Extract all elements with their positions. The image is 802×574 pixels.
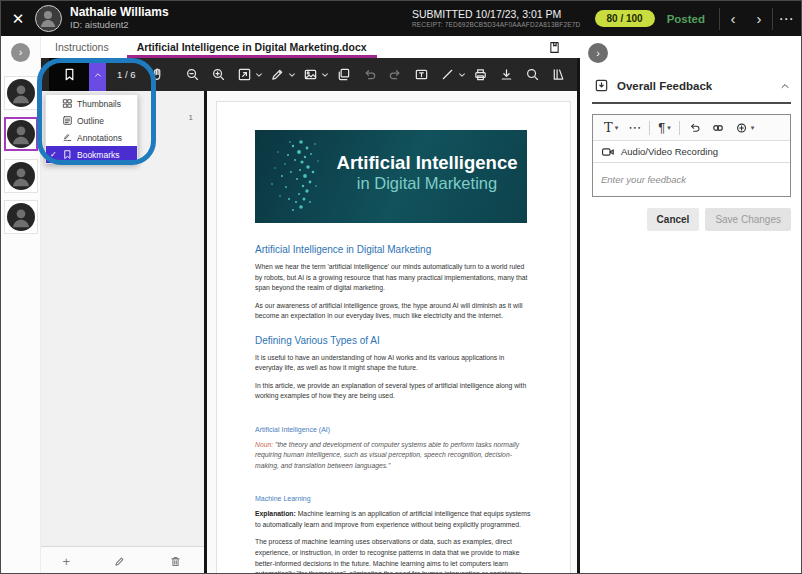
zoom-in-icon[interactable] [211,67,226,82]
noun-text: "the theory and development of computer … [255,441,519,469]
student-list-item[interactable] [4,200,38,234]
insert-link-icon[interactable] [711,121,725,135]
person-icon [7,162,35,190]
collapse-panel-button[interactable]: › [588,43,608,63]
add-icon[interactable]: + [63,554,71,569]
student-info: Nathalie Williams ID: aistudent2 [70,6,169,31]
student-name: Nathalie Williams [70,6,169,20]
fit-to-screen-icon[interactable] [237,67,252,82]
bookmarks-icon [62,149,73,160]
pan-hand-icon[interactable] [150,67,165,82]
redo-icon[interactable] [388,67,403,82]
person-icon [7,79,35,107]
audio-video-recording-button[interactable]: Audio/Video Recording [593,141,790,163]
annotation-pen-icon[interactable] [270,67,285,82]
tab-instructions[interactable]: Instructions [41,36,123,58]
document-banner-image: Artificial Intelligence in Digital Marke… [255,130,527,223]
editor-toolbar: T▾ ⋯ ¶▾ ▾ [593,115,790,141]
insert-content-button[interactable]: ▾ [735,121,755,135]
doc-paragraph: Explanation: Machine learning is an appl… [255,509,532,530]
menu-item-thumbnails[interactable]: Thumbnails [46,95,137,112]
undo-icon[interactable] [688,121,701,134]
explanation-text: Machine learning is an application of ar… [255,510,530,528]
outline-icon [62,115,73,126]
student-list-item[interactable] [4,159,38,193]
doc-heading-2: Defining Various Types of AI [255,335,532,346]
page-bookmark-icon[interactable] [548,41,561,54]
feedback-input[interactable]: Enter your feedback [593,163,790,196]
collapse-section-chevron-icon[interactable] [779,80,791,92]
delete-trash-icon[interactable] [169,555,182,568]
feedback-actions: Cancel Save Changes [647,208,791,231]
image-options-chevron-icon[interactable] [321,71,329,79]
person-icon [7,203,35,231]
bookmarks-icon[interactable] [49,58,89,91]
text-style-button[interactable]: T▾ [604,120,618,135]
doc-subheading: Artificial Intelligence (AI) [255,426,532,433]
more-menu-icon[interactable]: ⋯ [773,5,799,33]
document-viewer[interactable]: Artificial Intelligence in Digital Marke… [207,91,577,574]
insert-image-icon[interactable] [303,67,318,82]
explanation-label: Explanation: [255,510,296,517]
pen-options-chevron-icon[interactable] [288,71,296,79]
grade-pill[interactable]: 80 / 100 [595,10,655,27]
viewer-toolbar: 1 / 6 [41,58,579,91]
download-icon[interactable] [499,67,514,82]
content-library-icon[interactable] [551,67,566,82]
menu-item-bookmarks[interactable]: ✓ Bookmarks [46,146,137,163]
submitted-timestamp: SUBMITTED 10/17/23, 3:01 PM [412,8,581,21]
text-box-icon[interactable] [414,67,429,82]
submission-tabs: Instructions Artificial Intelligence in … [41,36,579,58]
menu-item-label: Bookmarks [77,150,120,160]
thumbnail-page-number: 1 [189,113,193,122]
feedback-editor: T▾ ⋯ ¶▾ ▾ Audio/Video Recording [592,114,791,197]
pilcrow-glyph: ¶ [658,120,665,135]
doc-paragraph: The process of machine learning uses obs… [255,537,532,574]
more-options-button[interactable]: ⋯ [628,120,641,135]
zoom-out-icon[interactable] [185,67,200,82]
undo-icon[interactable] [362,67,377,82]
student-id: ID: aistudent2 [70,20,169,31]
divider [679,121,680,135]
doc-paragraph: It is useful to have an understanding of… [255,353,532,374]
chevron-down-icon: ▾ [615,124,619,132]
next-student-button[interactable]: › [746,5,772,33]
doc-subheading: Machine Learning [255,495,532,502]
menu-item-outline[interactable]: Outline [46,112,137,129]
previous-student-button[interactable]: ‹ [720,5,746,33]
line-options-chevron-icon[interactable] [458,71,466,79]
doc-heading-1: Artificial Intelligence in Digital Marke… [255,244,532,255]
banner-title-line2: in Digital Marketing [333,174,521,194]
menu-item-label: Outline [77,116,104,126]
noun-label: Noun: [255,441,273,448]
tab-submission-file[interactable]: Artificial Intelligence in Digital Marke… [123,36,381,58]
expand-student-list-button[interactable]: › [11,43,30,62]
doc-paragraph: In this article, we provide an explanati… [255,381,532,402]
grading-view: ✕ Nathalie Williams ID: aistudent2 SUBMI… [0,0,802,574]
panel-menu-chevron-up-icon[interactable] [89,58,106,91]
edit-pencil-icon[interactable] [113,555,126,568]
close-icon[interactable]: ✕ [1,1,35,36]
menu-item-annotations[interactable]: Annotations [46,129,137,146]
duplicate-pages-icon[interactable] [336,67,351,82]
submission-meta: SUBMITTED 10/17/23, 3:01 PM RECEIPT: 7ED… [412,8,581,28]
side-panel-footer: + [41,546,204,574]
save-changes-button[interactable]: Save Changes [705,208,791,231]
divider [592,102,791,104]
panel-view-dropdown: Thumbnails Outline Annotations ✓ Bookmar… [45,94,138,164]
paragraph-style-button[interactable]: ¶▾ [658,120,671,135]
search-icon[interactable] [525,67,540,82]
draw-line-icon[interactable] [440,67,455,82]
student-list-item[interactable] [4,76,38,110]
overall-feedback-title: Overall Feedback [617,80,779,92]
feedback-icon [594,78,609,93]
person-icon [7,120,35,148]
cancel-button[interactable]: Cancel [647,208,700,231]
print-icon[interactable] [473,67,488,82]
feedback-panel: › Overall Feedback T▾ ⋯ ¶▾ [580,36,802,574]
student-list-item-selected[interactable] [4,117,38,151]
fit-options-chevron-icon[interactable] [255,71,263,79]
doc-paragraph: When we hear the term 'artificial intell… [255,262,532,294]
audio-video-recording-label: Audio/Video Recording [621,146,718,157]
overall-feedback-header: Overall Feedback [594,78,791,93]
